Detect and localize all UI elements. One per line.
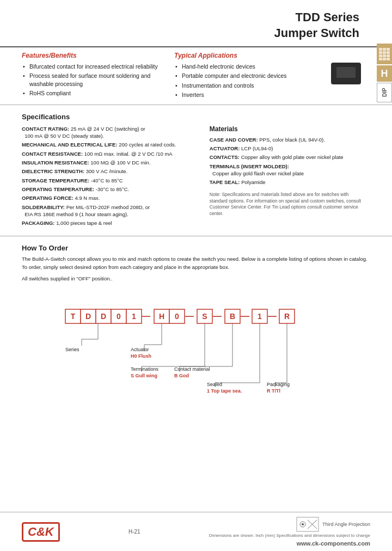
third-angle-label: Third Angle Projection bbox=[322, 522, 370, 527]
series-name: TDD Series Jumper Switch bbox=[274, 10, 359, 41]
spec-item: SOLDERABILITY: Per MIL-STD-202F method 2… bbox=[22, 204, 199, 218]
order-note: All switches supplied in "OFF" position.… bbox=[22, 276, 370, 281]
applications-column: Typical Applications Hand-held electroni… bbox=[174, 52, 316, 100]
svg-text:H0 Flush: H0 Flush bbox=[131, 353, 151, 359]
svg-text:H: H bbox=[159, 312, 164, 321]
svg-text:Terminations: Terminations bbox=[131, 366, 159, 372]
diagram-svg: T D D 0 1 — H 0 — S bbox=[22, 290, 370, 410]
material-item: CONTACTS: Copper alloy with gold plate o… bbox=[210, 154, 370, 161]
spec-item: OPERATING TEMPERATURE: -30°C to 85°C. bbox=[22, 186, 199, 193]
svg-text:S  Gull wing: S Gull wing bbox=[131, 373, 157, 378]
spec-item: CONTACT RATING: 25 mA @ 24 V DC (switchi… bbox=[22, 125, 199, 140]
svg-text:0: 0 bbox=[117, 312, 121, 321]
svg-text:1  Top tape sea.: 1 Top tape sea. bbox=[207, 388, 242, 394]
specs-left-col: CONTACT RATING: 25 mA @ 24 V DC (switchi… bbox=[22, 125, 199, 229]
part-number-diagram: T D D 0 1 — H 0 — S bbox=[22, 290, 370, 410]
svg-text:1: 1 bbox=[258, 312, 262, 321]
features-list: Bifurcated contact for increased electri… bbox=[22, 63, 163, 97]
spec-item: STORAGE TEMPERATURE: -40°C to 85°C bbox=[22, 177, 199, 184]
specs-right-col: Materials CASE AND COVER: PPS, color bla… bbox=[210, 125, 370, 229]
svg-text:Series: Series bbox=[65, 347, 79, 352]
product-image bbox=[327, 52, 365, 100]
list-item: Process sealed for surface mount solderi… bbox=[22, 72, 163, 87]
svg-text:R: R bbox=[284, 312, 290, 321]
specs-note: Note: Specifications and materials liste… bbox=[210, 192, 362, 218]
tab-grid-icon bbox=[377, 44, 392, 64]
third-angle-icon bbox=[296, 517, 319, 532]
material-item: TERMINALS (INSERT MOLDED): Copper alloy … bbox=[210, 163, 370, 177]
material-item: TAPE SEAL: Polyamide bbox=[210, 179, 370, 186]
spec-item: MECHANICAL AND ELECTRICAL LIFE: 200 cycl… bbox=[22, 141, 199, 148]
svg-text:S: S bbox=[202, 312, 207, 321]
applications-title: Typical Applications bbox=[174, 52, 316, 59]
svg-text:—: — bbox=[142, 311, 150, 321]
order-title: How To Order bbox=[22, 244, 370, 252]
material-item: CASE AND COVER: PPS, color black (UL 94V… bbox=[210, 136, 370, 143]
svg-point-58 bbox=[302, 523, 304, 525]
sidebar-tabs: H DIP bbox=[377, 44, 392, 102]
spec-item: DIELECTRIC STRENGTH: 300 V AC /minute. bbox=[22, 168, 199, 175]
list-item: Bifurcated contact for increased electri… bbox=[22, 63, 163, 70]
materials-title: Materials bbox=[210, 125, 370, 133]
svg-text:D: D bbox=[85, 312, 91, 321]
svg-text:—: — bbox=[213, 311, 222, 321]
features-title: Features/Benefits bbox=[22, 52, 163, 59]
svg-text:—: — bbox=[185, 311, 194, 321]
spec-item: PACKAGING: 1,000 pieces tape & reel bbox=[22, 219, 199, 226]
list-item: Hand-held electronic devices bbox=[174, 63, 316, 70]
features-applications-section: Features/Benefits Bifurcated contact for… bbox=[0, 46, 392, 105]
specs-title: Specifications bbox=[22, 113, 370, 121]
third-angle-block: Third Angle Projection Dimensions are sh… bbox=[209, 517, 370, 538]
footer-disclaimer: Dimensions are shown: Inch (mm) Specific… bbox=[209, 533, 370, 538]
company-logo: C&K bbox=[22, 522, 60, 542]
website-url: www.ck-components.com bbox=[209, 540, 370, 547]
tab-h[interactable]: H bbox=[377, 65, 392, 82]
header: TDD Series Jumper Switch bbox=[0, 0, 392, 46]
product-title: TDD Series Jumper Switch bbox=[274, 10, 359, 41]
applications-list: Hand-held electronic devices Portable co… bbox=[174, 63, 316, 99]
page-number: H-21 bbox=[128, 529, 140, 535]
list-item: Portable computer and electronic devices bbox=[174, 72, 316, 79]
svg-text:Actuator: Actuator bbox=[131, 347, 149, 352]
tab-dip[interactable]: DIP bbox=[377, 83, 392, 102]
spec-item: CONTACT RESISTANCE: 100 mΩ max. initial.… bbox=[22, 150, 199, 157]
svg-text:0: 0 bbox=[175, 312, 179, 321]
specs-grid: CONTACT RATING: 25 mA @ 24 V DC (switchi… bbox=[22, 125, 370, 229]
svg-text:B  God: B God bbox=[174, 373, 189, 378]
svg-text:1: 1 bbox=[132, 312, 136, 321]
svg-text:—: — bbox=[241, 311, 249, 321]
spec-item: OPERATING FORCE: 4.9 N max. bbox=[22, 194, 199, 201]
material-item: ACTUATOR: LCP (UL94-0) bbox=[210, 145, 370, 152]
svg-text:Packaging: Packaging bbox=[267, 382, 290, 387]
svg-text:Contact material: Contact material bbox=[174, 366, 210, 372]
svg-text:R  T/Tl: R T/Tl bbox=[267, 388, 280, 394]
features-column: Features/Benefits Bifurcated contact for… bbox=[22, 52, 163, 100]
order-section: How To Order The Build-A-Switch concept … bbox=[0, 236, 392, 426]
spec-item: INSULATION RESISTANCE: 100 MΩ @ 100 V DC… bbox=[22, 159, 199, 166]
svg-text:Sealed: Sealed bbox=[207, 382, 222, 387]
list-item: Instrumentation and controls bbox=[174, 82, 316, 89]
order-description: The Build-A-Switch concept allows you to… bbox=[22, 255, 370, 271]
svg-text:B: B bbox=[230, 312, 235, 321]
svg-text:T: T bbox=[71, 312, 76, 321]
specifications-section: Specifications CONTACT RATING: 25 mA @ 2… bbox=[0, 105, 392, 237]
list-item: Inverters bbox=[174, 91, 316, 99]
footer: C&K H-21 Third Angle Projection Dimensio… bbox=[0, 512, 392, 551]
list-item: RoHS compliant bbox=[22, 89, 163, 97]
svg-text:D: D bbox=[101, 312, 106, 321]
svg-text:—: — bbox=[268, 311, 277, 321]
product-photo bbox=[331, 63, 361, 84]
